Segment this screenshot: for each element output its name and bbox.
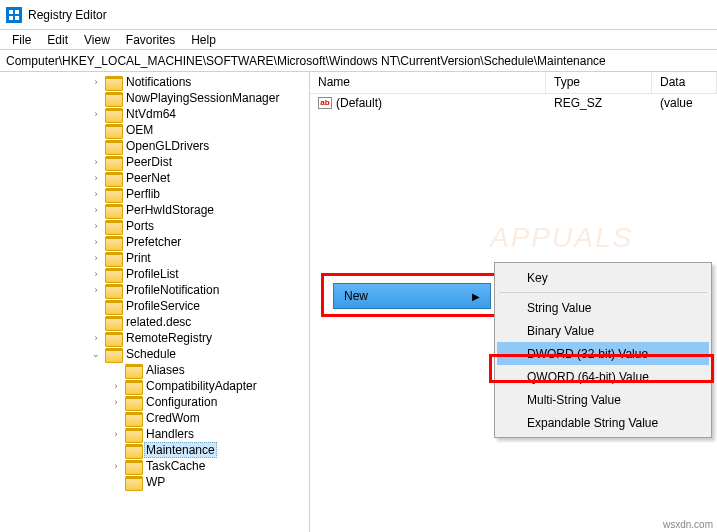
- expand-icon[interactable]: ›: [110, 381, 122, 391]
- list-header: Name Type Data: [310, 72, 717, 94]
- submenu-item-string[interactable]: String Value: [497, 296, 709, 319]
- submenu-item-key[interactable]: Key: [497, 266, 709, 289]
- tree-item-label: Ports: [124, 219, 156, 233]
- expand-icon[interactable]: ›: [110, 429, 122, 439]
- tree-item[interactable]: ProfileService: [0, 298, 309, 314]
- context-menu-new[interactable]: New ▶: [333, 283, 491, 309]
- tree-pane[interactable]: ›NotificationsNowPlayingSessionManager›N…: [0, 72, 310, 532]
- tree-item[interactable]: Maintenance: [0, 442, 309, 458]
- tree-item[interactable]: OpenGLDrivers: [0, 138, 309, 154]
- tree-item[interactable]: ›NtVdm64: [0, 106, 309, 122]
- folder-icon: [105, 156, 121, 169]
- submenu-item-binary[interactable]: Binary Value: [497, 319, 709, 342]
- tree-item-label: Schedule: [124, 347, 178, 361]
- tree-item-label: Configuration: [144, 395, 219, 409]
- tree-item-label: Handlers: [144, 427, 196, 441]
- tree-item-label: Print: [124, 251, 153, 265]
- address-path: Computer\HKEY_LOCAL_MACHINE\SOFTWARE\Mic…: [6, 54, 606, 68]
- column-header-type[interactable]: Type: [546, 72, 652, 93]
- tree-item-label: WP: [144, 475, 167, 489]
- menu-view[interactable]: View: [76, 31, 118, 49]
- tree-item[interactable]: ›Notifications: [0, 74, 309, 90]
- expand-icon[interactable]: ›: [90, 253, 102, 263]
- submenu-item-qword[interactable]: QWORD (64-bit) Value: [497, 365, 709, 388]
- expand-icon[interactable]: ›: [90, 333, 102, 343]
- tree-item[interactable]: OEM: [0, 122, 309, 138]
- tree-item-label: CompatibilityAdapter: [144, 379, 259, 393]
- tree-item-label: Prefetcher: [124, 235, 183, 249]
- address-bar[interactable]: Computer\HKEY_LOCAL_MACHINE\SOFTWARE\Mic…: [0, 50, 717, 72]
- expand-icon[interactable]: ›: [90, 205, 102, 215]
- tree-item[interactable]: ⌄Schedule: [0, 346, 309, 362]
- expand-icon[interactable]: ›: [110, 461, 122, 471]
- tree-item[interactable]: ›PeerDist: [0, 154, 309, 170]
- submenu-item-dword[interactable]: DWORD (32-bit) Value: [497, 342, 709, 365]
- folder-icon: [125, 476, 141, 489]
- expand-icon[interactable]: ›: [90, 269, 102, 279]
- menu-help[interactable]: Help: [183, 31, 224, 49]
- expand-icon[interactable]: ›: [110, 397, 122, 407]
- tree-item-label: OpenGLDrivers: [124, 139, 211, 153]
- tree-item-label: PeerDist: [124, 155, 174, 169]
- menu-file[interactable]: File: [4, 31, 39, 49]
- folder-icon: [105, 348, 121, 361]
- tree-item-label: Perflib: [124, 187, 162, 201]
- tree-item[interactable]: ›Handlers: [0, 426, 309, 442]
- menu-favorites[interactable]: Favorites: [118, 31, 183, 49]
- tree-item-label: ProfileService: [124, 299, 202, 313]
- tree-item-label: ProfileList: [124, 267, 181, 281]
- expand-icon[interactable]: ›: [90, 237, 102, 247]
- folder-icon: [125, 380, 141, 393]
- expand-icon[interactable]: ›: [90, 157, 102, 167]
- tree-item[interactable]: ›CompatibilityAdapter: [0, 378, 309, 394]
- expand-icon[interactable]: ›: [90, 189, 102, 199]
- folder-icon: [125, 444, 141, 457]
- tree-item[interactable]: ›Perflib: [0, 186, 309, 202]
- list-pane[interactable]: APPUALS Name Type Data ab (Default) REG_…: [310, 72, 717, 532]
- folder-icon: [105, 284, 121, 297]
- tree-item[interactable]: WP: [0, 474, 309, 490]
- expand-icon[interactable]: ›: [90, 173, 102, 183]
- tree-item[interactable]: NowPlayingSessionManager: [0, 90, 309, 106]
- tree-item[interactable]: ›TaskCache: [0, 458, 309, 474]
- folder-icon: [105, 252, 121, 265]
- folder-icon: [105, 236, 121, 249]
- tree-item[interactable]: ›ProfileNotification: [0, 282, 309, 298]
- tree-item[interactable]: Aliases: [0, 362, 309, 378]
- collapse-icon[interactable]: ⌄: [90, 349, 102, 359]
- tree-item-label: NtVdm64: [124, 107, 178, 121]
- tree-item[interactable]: CredWom: [0, 410, 309, 426]
- menu-edit[interactable]: Edit: [39, 31, 76, 49]
- tree-item[interactable]: ›PeerNet: [0, 170, 309, 186]
- folder-icon: [125, 364, 141, 377]
- tree-item[interactable]: ›Prefetcher: [0, 234, 309, 250]
- expand-icon[interactable]: ›: [90, 285, 102, 295]
- tree-item[interactable]: ›Ports: [0, 218, 309, 234]
- tree-item[interactable]: ›RemoteRegistry: [0, 330, 309, 346]
- expand-icon[interactable]: ›: [90, 77, 102, 87]
- tree-item[interactable]: ›Print: [0, 250, 309, 266]
- tree-item-label: RemoteRegistry: [124, 331, 214, 345]
- watermark: APPUALS: [490, 222, 633, 254]
- expand-icon[interactable]: ›: [90, 109, 102, 119]
- tree-item[interactable]: ›ProfileList: [0, 266, 309, 282]
- folder-icon: [105, 332, 121, 345]
- folder-icon: [105, 204, 121, 217]
- tree-item-label: PeerNet: [124, 171, 172, 185]
- expand-icon[interactable]: ›: [90, 221, 102, 231]
- list-row[interactable]: ab (Default) REG_SZ (value: [310, 94, 717, 112]
- folder-icon: [105, 92, 121, 105]
- column-header-name[interactable]: Name: [310, 72, 546, 93]
- tree-item-label: Aliases: [144, 363, 187, 377]
- submenu-item-expandable[interactable]: Expandable String Value: [497, 411, 709, 434]
- menu-separator: [499, 292, 707, 293]
- tree-item[interactable]: ›PerHwIdStorage: [0, 202, 309, 218]
- column-header-data[interactable]: Data: [652, 72, 717, 93]
- tree-item[interactable]: related.desc: [0, 314, 309, 330]
- tree-item[interactable]: ›Configuration: [0, 394, 309, 410]
- folder-icon: [105, 140, 121, 153]
- tree-item-label: PerHwIdStorage: [124, 203, 216, 217]
- submenu-item-multistring[interactable]: Multi-String Value: [497, 388, 709, 411]
- folder-icon: [105, 188, 121, 201]
- context-menu-new-label: New: [344, 289, 368, 303]
